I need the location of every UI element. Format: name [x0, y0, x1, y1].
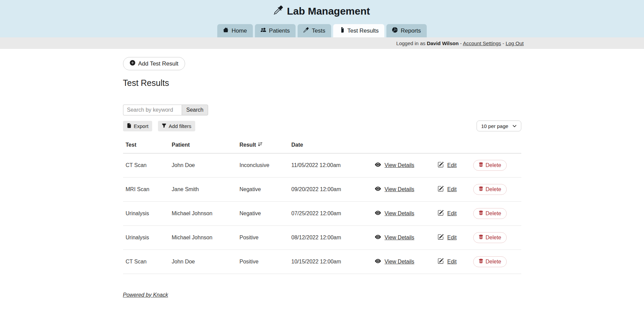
eye-icon — [375, 162, 381, 169]
test-results-table: Test Patient Result Date CT Sca — [123, 138, 521, 274]
tab-test-results[interactable]: Test Results — [333, 24, 385, 37]
pencil-square-icon — [438, 186, 444, 193]
eye-icon — [375, 234, 381, 241]
chevron-down-icon — [512, 123, 517, 129]
cell-date: 10/15/2022 12:00am — [289, 250, 372, 274]
cell-test: Urinalysis — [123, 202, 169, 226]
add-test-result-button[interactable]: Add Test Result — [123, 57, 185, 70]
trash-icon — [479, 235, 483, 241]
view-details-link[interactable]: View Details — [375, 234, 415, 241]
table-row: Urinalysis Michael Johnson Positive 08/1… — [123, 226, 521, 250]
add-filters-label: Add filters — [169, 123, 192, 129]
cell-patient: John Doe — [169, 250, 237, 274]
powered-by-knack-link[interactable]: Powered by Knack — [123, 292, 168, 298]
column-header-view — [372, 138, 435, 153]
log-out-link[interactable]: Log Out — [506, 40, 524, 46]
cell-date: 09/20/2022 12:00am — [289, 178, 372, 202]
table-row: Urinalysis Michael Johnson Negative 07/2… — [123, 202, 521, 226]
eye-icon — [375, 258, 381, 265]
add-test-result-label: Add Test Result — [138, 60, 179, 67]
cell-date: 08/12/2022 12:00am — [289, 226, 372, 250]
add-filters-button[interactable]: Add filters — [158, 121, 195, 131]
edit-link[interactable]: Edit — [438, 210, 457, 217]
eye-icon — [375, 186, 381, 193]
sort-icon — [258, 142, 263, 148]
tab-reports[interactable]: Reports — [386, 24, 427, 37]
tab-label: Patients — [269, 27, 290, 34]
edit-link[interactable]: Edit — [438, 162, 457, 169]
view-details-link[interactable]: View Details — [375, 162, 415, 169]
eyedropper-icon — [303, 27, 309, 34]
column-header-test[interactable]: Test — [123, 138, 169, 153]
cell-result: Positive — [237, 226, 289, 250]
delete-button[interactable]: Delete — [473, 184, 507, 195]
cell-result: Negative — [237, 202, 289, 226]
trash-icon — [479, 210, 483, 217]
trash-icon — [479, 186, 483, 192]
column-header-delete — [470, 138, 521, 153]
delete-button[interactable]: Delete — [473, 256, 507, 267]
tab-tests[interactable]: Tests — [298, 24, 331, 37]
page-footer: Powered by Knack — [123, 292, 521, 298]
cell-patient: Jane Smith — [169, 178, 237, 202]
pie-chart-icon — [392, 27, 398, 34]
cell-result: Inconclusive — [237, 153, 289, 178]
pencil-square-icon — [438, 210, 444, 217]
cell-test: Urinalysis — [123, 226, 169, 250]
tab-label: Reports — [401, 27, 421, 34]
edit-link[interactable]: Edit — [438, 186, 457, 193]
column-header-patient[interactable]: Patient — [169, 138, 237, 153]
cell-date: 07/25/2022 12:00am — [289, 202, 372, 226]
edit-link[interactable]: Edit — [438, 258, 457, 265]
separator: - — [502, 40, 504, 46]
column-header-date[interactable]: Date — [289, 138, 372, 153]
export-label: Export — [134, 123, 148, 129]
table-toolbar: Export Add filters 10 per page — [123, 121, 521, 131]
main-nav: Home Patients Tests Test Results Reports — [0, 24, 644, 37]
per-page-value: 10 per page — [481, 123, 508, 129]
file-icon — [127, 123, 132, 129]
delete-button[interactable]: Delete — [473, 160, 507, 171]
user-bar: Logged in as David Wilson - Account Sett… — [0, 37, 644, 49]
tab-label: Tests — [312, 27, 325, 34]
cell-patient: Michael Johnson — [169, 202, 237, 226]
cell-date: 11/05/2022 12:00am — [289, 153, 372, 178]
account-settings-link[interactable]: Account Settings — [463, 40, 501, 46]
edit-link[interactable]: Edit — [438, 234, 457, 241]
view-details-link[interactable]: View Details — [375, 186, 415, 193]
cell-test: MRI Scan — [123, 178, 169, 202]
pencil-square-icon — [438, 258, 444, 265]
filter-funnel-icon — [162, 123, 166, 129]
eyedropper-icon — [274, 5, 283, 17]
trash-icon — [479, 162, 483, 168]
cell-result: Positive — [237, 250, 289, 274]
app-header: Lab Management Home Patients Tests Test … — [0, 0, 644, 37]
delete-button[interactable]: Delete — [473, 208, 507, 219]
cell-result: Negative — [237, 178, 289, 202]
view-details-link[interactable]: View Details — [375, 258, 415, 265]
export-button[interactable]: Export — [123, 121, 152, 131]
search-input[interactable] — [123, 105, 182, 115]
logged-in-label: Logged in as — [396, 40, 425, 46]
table-header-row: Test Patient Result Date — [123, 138, 521, 153]
search-button[interactable]: Search — [182, 105, 208, 115]
tab-home[interactable]: Home — [217, 24, 253, 37]
tab-label: Test Results — [347, 27, 379, 34]
separator: - — [460, 40, 462, 46]
delete-button[interactable]: Delete — [473, 232, 507, 243]
per-page-select[interactable]: 10 per page — [477, 121, 521, 131]
view-details-link[interactable]: View Details — [375, 210, 415, 217]
table-row: MRI Scan Jane Smith Negative 09/20/2022 … — [123, 178, 521, 202]
tab-patients[interactable]: Patients — [255, 24, 296, 37]
table-row: CT Scan John Doe Positive 10/15/2022 12:… — [123, 250, 521, 274]
cell-patient: John Doe — [169, 153, 237, 178]
cell-test: CT Scan — [123, 153, 169, 178]
column-header-result[interactable]: Result — [237, 138, 289, 153]
search-bar: Search — [123, 105, 521, 115]
trash-icon — [479, 259, 483, 265]
file-icon — [339, 27, 344, 34]
cell-test: CT Scan — [123, 250, 169, 274]
patients-icon — [261, 27, 266, 34]
main-content: Add Test Result Test Results Search Expo… — [123, 49, 521, 298]
pencil-square-icon — [438, 234, 444, 241]
